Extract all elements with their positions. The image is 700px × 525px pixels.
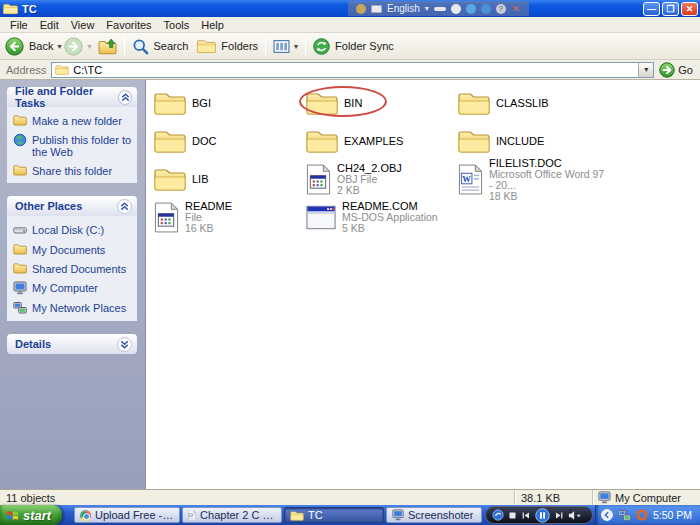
file-tile-readme[interactable]: README File 16 KB xyxy=(152,198,304,236)
pause-icon[interactable] xyxy=(535,508,550,523)
start-button[interactable]: start xyxy=(0,505,62,525)
media-player-icon[interactable] xyxy=(492,509,504,521)
screenshoter-icon xyxy=(392,509,404,521)
file-folder-tasks-header[interactable]: File and Folder Tasks xyxy=(7,87,137,107)
documents-folder-icon xyxy=(13,243,27,255)
menu-favorites[interactable]: Favorites xyxy=(102,18,159,32)
collapse-button[interactable] xyxy=(117,199,132,214)
task-label: Make a new folder xyxy=(32,115,122,127)
file-folder-tasks-title: File and Folder Tasks xyxy=(15,85,118,109)
taskbar-button-chapter2[interactable]: Chapter 2 C Funda... xyxy=(182,507,282,523)
language-bar-close-icon[interactable]: ✕ xyxy=(511,4,521,14)
file-name: CLASSLIB xyxy=(496,97,549,109)
tray-chevron-icon[interactable] xyxy=(601,509,613,521)
ms-dos-application-icon xyxy=(306,205,336,230)
folder-icon xyxy=(458,128,490,154)
details-header[interactable]: Details xyxy=(7,334,137,354)
language-bar-pen-icon[interactable] xyxy=(451,4,461,14)
tray-orange-ring-icon[interactable] xyxy=(636,509,648,521)
views-dropdown-icon[interactable]: ▾ xyxy=(294,42,298,51)
views-button[interactable]: ▾ xyxy=(273,38,298,55)
search-button[interactable]: Search xyxy=(132,38,189,55)
go-label: Go xyxy=(678,64,693,76)
chevron-up-icon xyxy=(120,92,131,103)
go-button[interactable]: Go xyxy=(659,62,697,78)
status-zone-label: My Computer xyxy=(615,492,681,504)
file-list[interactable]: BGI BIN CLASSLIB DOC xyxy=(145,80,700,489)
place-shared-documents[interactable]: Shared Documents xyxy=(13,263,134,275)
file-name: FILELIST.DOC xyxy=(489,157,608,169)
task-share-folder[interactable]: Share this folder xyxy=(13,165,134,177)
address-folder-icon xyxy=(55,64,69,75)
task-label: Chapter 2 C Funda... xyxy=(200,509,276,521)
place-label: My Computer xyxy=(32,282,98,294)
tray-network-icon[interactable] xyxy=(618,509,631,522)
taskbar-button-upload[interactable]: Upload Free - Image... xyxy=(74,507,180,523)
file-tile-examples[interactable]: EXAMPLES xyxy=(304,122,456,160)
expand-button[interactable] xyxy=(117,337,132,352)
taskbar-button-screenshoter[interactable]: Screenshoter xyxy=(386,507,482,523)
language-bar-help-icon[interactable]: ? xyxy=(496,4,506,14)
back-dropdown-icon[interactable]: ▾ xyxy=(57,42,61,51)
previous-icon[interactable] xyxy=(521,511,531,520)
file-name: DOC xyxy=(192,135,216,147)
minimize-button[interactable]: — xyxy=(643,2,660,16)
forward-button[interactable]: ▾ xyxy=(64,37,91,56)
desktop: TC English ▾ ? ✕ — ❐ ✕ File Edit xyxy=(0,0,700,525)
address-input[interactable]: C:\TC ▾ xyxy=(51,62,654,78)
chevron-down-icon xyxy=(119,339,130,350)
language-bar-speech-icon[interactable] xyxy=(466,4,476,14)
file-tile-classlib[interactable]: CLASSLIB xyxy=(456,84,608,122)
address-value: C:\TC xyxy=(73,64,102,76)
place-local-disk[interactable]: Local Disk (C:) xyxy=(13,224,134,237)
status-bar: 11 objects 38.1 KB My Computer xyxy=(0,489,700,505)
title-bar[interactable]: TC English ▾ ? ✕ — ❐ ✕ xyxy=(0,0,700,17)
maximize-button[interactable]: ❐ xyxy=(662,2,679,16)
menu-file[interactable]: File xyxy=(6,18,36,32)
up-button[interactable] xyxy=(98,38,117,55)
folder-icon xyxy=(154,128,186,154)
file-tile-lib[interactable]: LIB xyxy=(152,160,304,198)
menu-view[interactable]: View xyxy=(67,18,103,32)
back-button[interactable]: Back ▾ xyxy=(5,37,61,56)
address-dropdown-button[interactable]: ▾ xyxy=(638,63,653,77)
place-my-documents[interactable]: My Documents xyxy=(13,244,134,256)
file-tile-bin[interactable]: BIN xyxy=(304,84,456,122)
task-make-new-folder[interactable]: Make a new folder xyxy=(13,115,134,127)
language-dropdown-icon[interactable]: ▾ xyxy=(425,4,429,13)
file-folder-tasks-panel: File and Folder Tasks Make a new folder … xyxy=(7,87,137,183)
new-folder-icon xyxy=(13,114,27,126)
place-my-computer[interactable]: My Computer xyxy=(13,282,134,295)
file-tile-doc[interactable]: DOC xyxy=(152,122,304,160)
next-icon[interactable] xyxy=(554,511,564,520)
forward-dropdown-icon[interactable]: ▾ xyxy=(87,42,91,51)
file-tile-include[interactable]: INCLUDE xyxy=(456,122,608,160)
close-button[interactable]: ✕ xyxy=(681,2,698,16)
taskbar-button-tc[interactable]: TC xyxy=(284,507,384,523)
language-bar-tool-icon[interactable] xyxy=(356,4,366,14)
file-tile-readme-com[interactable]: README.COM MS-DOS Application 5 KB xyxy=(304,198,456,236)
task-publish-to-web[interactable]: Publish this folder to the Web xyxy=(13,134,134,158)
file-tile-filelist-doc[interactable]: FILELIST.DOC Microsoft Office Word 97 - … xyxy=(456,160,608,198)
menu-tools[interactable]: Tools xyxy=(160,18,198,32)
language-bar-settings-icon[interactable] xyxy=(481,4,491,14)
windows-flag-icon xyxy=(6,509,19,522)
menu-edit[interactable]: Edit xyxy=(36,18,67,32)
folders-button[interactable]: Folders xyxy=(197,38,258,54)
taskbar-clock[interactable]: 5:50 PM xyxy=(653,509,692,521)
language-label[interactable]: English xyxy=(387,3,420,14)
place-my-network[interactable]: My Network Places xyxy=(13,302,134,315)
file-tile-ch24-obj[interactable]: CH24_2.OBJ OBJ File 2 KB xyxy=(304,160,456,198)
language-bar[interactable]: English ▾ ? ✕ xyxy=(348,1,529,16)
menu-help[interactable]: Help xyxy=(197,18,232,32)
stop-icon[interactable] xyxy=(508,511,517,520)
language-bar-minimize-icon[interactable] xyxy=(434,7,446,11)
folder-sync-button[interactable]: Folder Sync xyxy=(313,38,394,55)
collapse-button[interactable] xyxy=(118,90,132,105)
menu-bar: File Edit View Favorites Tools Help xyxy=(0,17,700,33)
status-zone: My Computer xyxy=(592,490,700,505)
volume-icon[interactable] xyxy=(568,510,582,521)
file-tile-bgi[interactable]: BGI xyxy=(152,84,304,122)
word-document-icon xyxy=(188,509,196,522)
other-places-header[interactable]: Other Places xyxy=(7,196,137,216)
